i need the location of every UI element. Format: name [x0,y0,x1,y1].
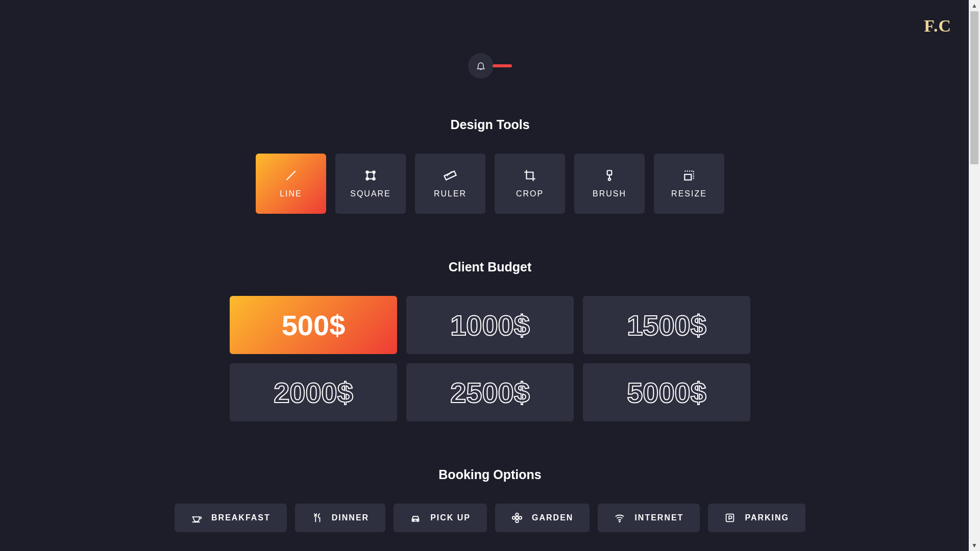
svg-point-12 [516,513,519,516]
budget-value: 1000$ [450,309,530,342]
scroll-down-arrow[interactable]: ▼ [969,540,980,551]
tool-label: LINE [280,189,302,198]
svg-point-7 [608,178,610,180]
budget-option[interactable]: 2500$ [406,363,574,421]
svg-rect-5 [444,171,456,180]
booking-options-title: Booking Options [438,467,541,482]
budget-option[interactable]: 2000$ [230,363,397,421]
brush-icon [603,169,616,182]
svg-point-13 [516,520,519,522]
tool-label: CROP [516,189,544,198]
tool-label: RESIZE [671,189,707,198]
crop-icon [523,169,536,182]
budget-option[interactable]: 1000$ [406,296,574,354]
budget-option[interactable]: 500$ [230,296,397,354]
budget-value: 5000$ [627,376,706,409]
design-tools-title: Design Tools [450,117,529,132]
scroll-up-arrow[interactable]: ▲ [969,0,980,11]
booking-dinner[interactable]: DINNER [295,504,385,532]
bell-icon [476,61,486,71]
booking-label: INTERNET [634,513,683,522]
parking-icon [724,512,736,523]
tool-brush[interactable]: BRUSH [574,154,645,214]
budget-value: 2000$ [274,376,353,409]
booking-parking[interactable]: PARKING [708,504,805,532]
booking-internet[interactable]: INTERNET [598,504,700,532]
tool-resize[interactable]: RESIZE [654,154,724,214]
booking-label: BREAKFAST [211,513,271,522]
ruler-icon [444,169,457,182]
line-icon [284,169,298,182]
svg-rect-6 [607,170,612,175]
flower-icon [511,512,523,523]
window-scrollbar[interactable]: ▲ ▼ [969,0,980,551]
svg-point-11 [516,516,519,519]
budget-option[interactable]: 5000$ [583,363,750,421]
svg-point-10 [417,520,418,521]
budget-value: 500$ [282,309,346,342]
svg-rect-17 [726,514,734,522]
wizard-progress [493,64,512,67]
budget-grid: 500$ 1000$ 1500$ 2000$ 2500$ 5000$ [230,296,750,421]
booking-garden[interactable]: GARDEN [495,504,590,532]
booking-label: PARKING [745,513,789,522]
tool-crop[interactable]: CROP [495,154,565,214]
booking-label: GARDEN [532,513,573,522]
svg-point-9 [413,520,414,521]
budget-option[interactable]: 1500$ [583,296,750,354]
client-budget-title: Client Budget [449,260,532,274]
square-icon [364,169,377,182]
budget-value: 1500$ [627,309,706,342]
progress-header [468,53,512,79]
car-icon [410,512,421,523]
brand-logo: F.C [924,16,951,36]
booking-label: DINNER [332,513,369,522]
tool-label: RULER [434,189,467,198]
resize-icon [682,169,696,182]
booking-label: PICK UP [430,513,471,522]
svg-point-16 [619,521,620,522]
wifi-icon [614,512,625,523]
tool-label: BRUSH [593,189,626,198]
utensils-icon [311,512,323,523]
booking-pickup[interactable]: PICK UP [394,504,487,532]
booking-breakfast[interactable]: BREAKFAST [175,504,287,532]
svg-point-15 [519,516,522,519]
design-tools-row: LINE SQUARE RULER CROP [256,154,724,214]
bell-button[interactable] [468,53,494,79]
tool-ruler[interactable]: RULER [415,154,485,214]
svg-point-14 [512,516,516,519]
tool-label: SQUARE [350,189,391,198]
tool-line[interactable]: LINE [256,154,326,214]
scroll-thumb[interactable] [970,11,978,164]
booking-options-row: BREAKFAST DINNER PICK UP GARDEN INTERNET… [163,504,817,532]
coffee-icon [191,512,202,523]
svg-rect-8 [684,174,691,180]
budget-value: 2500$ [450,376,530,409]
tool-square[interactable]: SQUARE [335,154,406,214]
